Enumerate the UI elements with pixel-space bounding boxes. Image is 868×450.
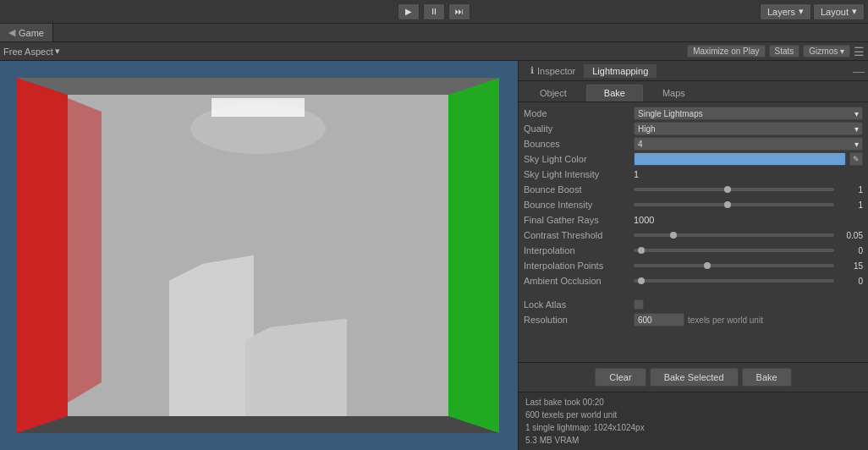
bake-button[interactable]: Bake xyxy=(742,368,792,387)
game-tab[interactable]: ◀ Game xyxy=(0,24,53,41)
sky-light-color-label: Sky Light Color xyxy=(524,154,634,164)
mode-row: Mode Single Lightmaps ▾ xyxy=(519,106,868,121)
svg-marker-5 xyxy=(17,78,499,95)
lightmapping-tabs: Object Bake Maps xyxy=(519,81,868,102)
status-bar: Last bake took 00:20 600 texels per worl… xyxy=(519,392,868,450)
bounce-intensity-slider[interactable] xyxy=(634,203,834,206)
contrast-threshold-row: Contrast Threshold 0.05 xyxy=(519,228,868,243)
tab-maps[interactable]: Maps xyxy=(645,85,703,102)
quality-row: Quality High ▾ xyxy=(519,121,868,136)
tab-bake[interactable]: Bake xyxy=(586,85,643,102)
maximize-on-play-button[interactable]: Maximize on Play xyxy=(687,45,765,58)
sky-light-color-picker[interactable] xyxy=(634,152,846,166)
bounce-boost-thumb[interactable] xyxy=(724,186,731,193)
quality-label: Quality xyxy=(524,123,634,134)
svg-marker-15 xyxy=(448,78,499,433)
bake-selected-button[interactable]: Bake Selected xyxy=(650,368,739,387)
layers-dropdown[interactable]: Layers ▾ xyxy=(760,3,811,20)
bounces-row: Bounces 4 ▾ xyxy=(519,136,868,151)
step-button[interactable]: ⏭ xyxy=(448,3,470,20)
resolution-row: Resolution texels per world unit xyxy=(519,312,868,327)
sky-light-color-value: ✎ xyxy=(634,152,863,166)
bounce-boost-slider-container: 1 xyxy=(634,185,863,195)
contrast-threshold-slider-container: 0.05 xyxy=(634,231,863,240)
clear-button[interactable]: Clear xyxy=(595,368,646,387)
spacer xyxy=(519,288,868,297)
interpolation-points-row: Interpolation Points 15 xyxy=(519,258,868,273)
status-line-2: 600 texels per world unit xyxy=(525,409,861,421)
final-gather-rays-value: 1000 xyxy=(634,215,863,225)
quality-value: High ▾ xyxy=(634,122,863,135)
quality-dropdown[interactable]: High ▾ xyxy=(634,122,863,135)
svg-point-7 xyxy=(190,103,326,154)
bounce-intensity-label: Bounce Intensity xyxy=(524,200,634,210)
mode-value: Single Lightmaps ▾ xyxy=(634,107,863,120)
sky-light-intensity-row: Sky Light Intensity 1 xyxy=(519,167,868,182)
svg-marker-10 xyxy=(169,255,254,416)
interpolation-points-slider[interactable] xyxy=(634,264,834,267)
bottom-buttons: Clear Bake Selected Bake xyxy=(519,362,868,392)
lock-atlas-label: Lock Atlas xyxy=(524,299,634,310)
bounces-label: Bounces xyxy=(524,139,634,149)
tab-bar: ◀ Game xyxy=(0,24,868,42)
chevron-down-icon: ▾ xyxy=(854,109,859,118)
stats-button[interactable]: Stats xyxy=(769,45,800,58)
bounce-boost-label: Bounce Boost xyxy=(524,184,634,195)
color-edit-button[interactable]: ✎ xyxy=(849,152,863,166)
mode-dropdown[interactable]: Single Lightmaps ▾ xyxy=(634,107,863,120)
contrast-threshold-slider[interactable] xyxy=(634,233,834,237)
layout-dropdown[interactable]: Layout ▾ xyxy=(813,3,865,20)
lock-atlas-checkbox[interactable] xyxy=(634,299,644,310)
lock-atlas-row: Lock Atlas xyxy=(519,297,868,312)
tab-object[interactable]: Object xyxy=(522,85,585,102)
main-layout: ℹ Inspector Lightmapping — Object Bake M… xyxy=(0,61,868,450)
play-button[interactable]: ▶ xyxy=(398,3,420,20)
properties-panel: Mode Single Lightmaps ▾ Quality High ▾ xyxy=(519,102,868,362)
bounce-intensity-row: Bounce Intensity 1 xyxy=(519,197,868,212)
sky-light-color-row: Sky Light Color ✎ xyxy=(519,151,868,167)
pause-button[interactable]: ⏸ xyxy=(423,3,445,20)
minimize-button[interactable]: — xyxy=(853,64,865,78)
interpolation-points-label: Interpolation Points xyxy=(524,261,634,271)
chevron-down-icon: ▾ xyxy=(55,46,60,57)
interpolation-value: 0 xyxy=(634,246,863,255)
interpolation-slider[interactable] xyxy=(634,249,834,252)
gizmos-button[interactable]: Gizmos ▾ xyxy=(803,45,850,58)
bounces-value: 4 ▾ xyxy=(634,137,863,151)
resolution-input[interactable] xyxy=(634,313,684,327)
contrast-threshold-value: 0.05 xyxy=(634,231,863,240)
ambient-occlusion-row: Ambient Occlusion 0 xyxy=(519,273,868,288)
bounce-boost-slider[interactable] xyxy=(634,188,834,191)
interpolation-label: Interpolation xyxy=(524,245,634,255)
bounces-dropdown[interactable]: 4 ▾ xyxy=(634,137,863,151)
interpolation-points-thumb[interactable] xyxy=(704,262,711,269)
bounce-intensity-value: 1 xyxy=(634,200,863,210)
game-viewport xyxy=(0,61,518,450)
status-line-3: 1 single lightmap: 1024x1024px xyxy=(525,421,861,434)
interpolation-row: Interpolation 0 xyxy=(519,243,868,258)
ambient-occlusion-thumb[interactable] xyxy=(638,277,645,284)
ambient-occlusion-slider[interactable] xyxy=(634,279,834,283)
viewport-toolbar: Free Aspect ▾ Maximize on Play Stats Giz… xyxy=(0,42,868,61)
status-line-1: Last bake took 00:20 xyxy=(525,396,861,409)
svg-marker-13 xyxy=(245,319,347,416)
interpolation-points-slider-container: 15 xyxy=(634,261,863,271)
aspect-dropdown[interactable]: Free Aspect ▾ xyxy=(3,46,60,57)
bounce-boost-row: Bounce Boost 1 xyxy=(519,182,868,197)
top-bar: ▶ ⏸ ⏭ Layers ▾ Layout ▾ xyxy=(0,0,868,24)
interpolation-thumb[interactable] xyxy=(638,247,645,254)
back-icon: ◀ xyxy=(8,27,15,38)
resolution-value: texels per world unit xyxy=(634,313,863,327)
interpolation-slider-container: 0 xyxy=(634,246,863,255)
bounce-intensity-thumb[interactable] xyxy=(724,201,731,208)
info-icon: ℹ xyxy=(530,65,534,76)
lightmapping-tab[interactable]: Lightmapping xyxy=(584,64,656,78)
inspector-tab[interactable]: ℹ Inspector xyxy=(522,63,584,78)
menu-icon[interactable]: ☰ xyxy=(854,45,865,58)
inspector-panel: ℹ Inspector Lightmapping — Object Bake M… xyxy=(518,61,868,450)
contrast-threshold-label: Contrast Threshold xyxy=(524,230,634,240)
contrast-threshold-thumb[interactable] xyxy=(670,232,677,239)
bounce-intensity-slider-container: 1 xyxy=(634,200,863,210)
ambient-occlusion-label: Ambient Occlusion xyxy=(524,276,634,286)
svg-marker-14 xyxy=(17,78,102,433)
